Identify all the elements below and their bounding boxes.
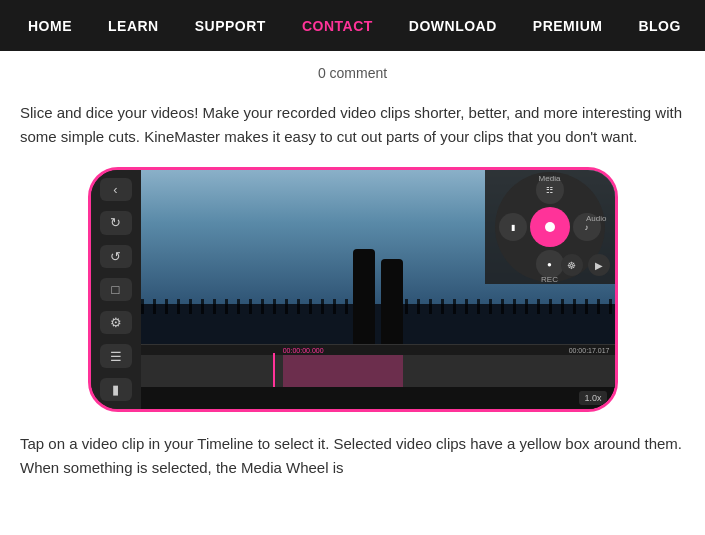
timeline-bar[interactable]: 00:00:00.000 00:00:17.017 <box>141 345 615 387</box>
media-wheel-area: ☷ Media ♪ Audio ● REC <box>485 170 615 284</box>
settings-icon[interactable]: ⚙ <box>100 311 132 334</box>
intro-paragraph: Slice and dice your videos! Make your re… <box>20 101 685 149</box>
volume-icon[interactable]: ▮ <box>100 378 132 401</box>
phone-main-area: ☷ Media ♪ Audio ● REC <box>141 170 615 409</box>
nav-premium[interactable]: PREMIUM <box>515 0 621 51</box>
person-1 <box>353 249 375 344</box>
nav-contact[interactable]: CONTACT <box>284 0 391 51</box>
bottom-paragraph: Tap on a video clip in your Timeline to … <box>20 432 685 480</box>
app-sidebar: ‹ ↻ ↺ □ ⚙ ☰ ▮ <box>91 170 141 409</box>
nav-blog[interactable]: BLOG <box>620 0 698 51</box>
audio-label: Audio <box>586 214 606 223</box>
phone-mockup-wrapper: ‹ ↻ ↺ □ ⚙ ☰ ▮ <box>20 167 685 412</box>
timeline-cursor[interactable] <box>273 353 275 387</box>
media-label: Media <box>539 174 561 183</box>
main-content: 0 comment Slice and dice your videos! Ma… <box>0 51 705 480</box>
nav-learn[interactable]: LEARN <box>90 0 177 51</box>
layer-button[interactable]: ▮ <box>499 213 527 241</box>
comment-count: 0 comment <box>20 51 685 91</box>
rec-label: REC <box>541 275 558 284</box>
speed-control[interactable]: 1.0x <box>579 391 606 405</box>
redo-icon[interactable]: ↺ <box>100 245 132 268</box>
nav-download[interactable]: DOWNLOAD <box>391 0 515 51</box>
timeline-bottom-controls: 1.0x <box>141 387 615 409</box>
filter-icon[interactable]: ☰ <box>100 344 132 367</box>
video-frame: ☷ Media ♪ Audio ● REC <box>141 170 615 344</box>
navigation: HOME LEARN SUPPORT CONTACT DOWNLOAD PREM… <box>0 0 705 51</box>
rec-button[interactable]: ● <box>536 250 564 278</box>
nav-items: HOME LEARN SUPPORT CONTACT DOWNLOAD PREM… <box>10 0 699 51</box>
timeline-selection <box>283 355 403 387</box>
timeline-track <box>141 355 615 387</box>
crop-icon[interactable]: □ <box>100 278 132 301</box>
phone-mockup: ‹ ↻ ↺ □ ⚙ ☰ ▮ <box>88 167 618 412</box>
wheel-center-dot <box>545 222 555 232</box>
back-icon[interactable]: ‹ <box>100 178 132 201</box>
people-silhouettes <box>353 249 403 344</box>
nav-support[interactable]: SUPPORT <box>177 0 284 51</box>
timeline-area: 00:00:00.000 00:00:17.017 1.0x <box>141 344 615 409</box>
nav-home[interactable]: HOME <box>10 0 90 51</box>
search-icon[interactable]: ⚲ <box>699 15 705 37</box>
time-start-label: 00:00:00.000 <box>283 347 324 354</box>
extra-icon-1[interactable]: ☸ <box>561 254 583 276</box>
wheel-extra-controls: ☸ ▶ <box>561 254 610 276</box>
play-button[interactable]: ▶ <box>588 254 610 276</box>
person-2 <box>381 259 403 344</box>
undo-icon[interactable]: ↻ <box>100 211 132 234</box>
time-end-label: 00:00:17.017 <box>569 347 610 354</box>
wheel-center-button[interactable] <box>530 207 570 247</box>
